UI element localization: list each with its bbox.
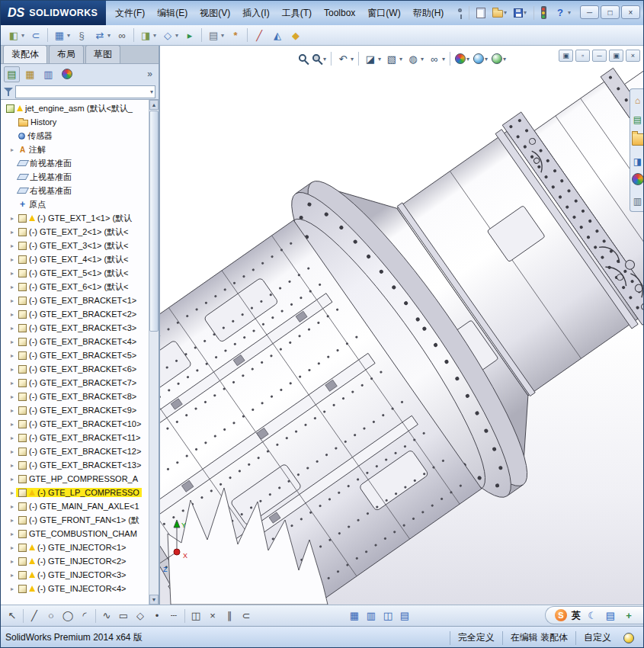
menu-item-7[interactable]: 窗口(W) [361, 5, 406, 22]
interference-detection-button[interactable]: ◭ [269, 27, 286, 44]
engine-3d-model[interactable]: Y Z X [160, 46, 644, 605]
menu-item-1[interactable]: 文件(F) [109, 5, 151, 22]
tree-item[interactable]: 上视基准面 [1, 170, 149, 184]
mirror-entities-button[interactable]: ◫ [187, 608, 204, 624]
assembly-features-button[interactable]: ◨▾ [137, 27, 158, 44]
tree-item[interactable]: ▸(-) GTE_FRONT_FAN<1> (默 [1, 513, 149, 527]
expand-caret-icon[interactable]: ▸ [8, 531, 16, 537]
instant3d-button[interactable]: ◆ [287, 27, 304, 44]
tree-item[interactable]: ▸(-) GTE_EXT_BRACKET<11> [1, 431, 149, 444]
tree-item[interactable]: 传感器 [1, 129, 149, 143]
exploded-view-button[interactable]: * [227, 27, 244, 44]
new-motion-study-button[interactable]: ▸ [181, 27, 198, 44]
expand-caret-icon[interactable]: ▸ [8, 325, 16, 332]
expand-caret-icon[interactable]: ▸ [8, 503, 16, 510]
tree-item[interactable]: ▸(-) GTE_EXT_BRACKET<1> [1, 294, 149, 307]
tree-item[interactable]: ▸(-) GTE_INJECTOR<3> [1, 568, 149, 582]
propertymanager-tab[interactable]: ▦ [22, 66, 38, 82]
tree-item[interactable]: ▸(-) GTE_EXT_6<1> (默认< [1, 280, 149, 294]
options-sheet-button[interactable]: ▤ [396, 608, 413, 624]
expand-caret-icon[interactable]: ▸ [8, 462, 16, 469]
expand-caret-icon[interactable]: ▸ [8, 352, 16, 359]
tree-item[interactable]: ▸(-) GTE_EXT_3<1> (默认< [1, 239, 149, 252]
reference-geometry-button[interactable]: ◇▾ [159, 27, 180, 44]
input-mode-button[interactable]: 英 [572, 609, 581, 622]
toolbox-button[interactable]: + [622, 608, 636, 623]
menu-item-5[interactable]: 工具(T) [276, 5, 318, 22]
mate-button[interactable]: ⊂ [27, 27, 44, 44]
arc-button[interactable]: ◜ [76, 608, 93, 624]
tree-item[interactable]: ▸(-) GTE_EXT_2<1> (默认< [1, 225, 149, 239]
linear-component-pattern-dropdown[interactable]: ▾ [67, 32, 70, 39]
previous-view-button[interactable]: ↶▾ [335, 50, 355, 67]
line-button[interactable]: ╱ [26, 608, 43, 624]
file-explorer-tab[interactable] [632, 131, 644, 149]
filter-dropdown-icon[interactable]: ▾ [150, 88, 153, 95]
apply-scene-dropdown[interactable]: ▾ [485, 56, 488, 63]
appearances-tab[interactable] [632, 173, 644, 188]
tab-1[interactable]: 装配体 [3, 45, 47, 63]
menu-item-2[interactable]: 编辑(E) [151, 5, 194, 22]
tree-item[interactable]: ▸(-) GTE_EXT_BRACKET<2> [1, 307, 149, 321]
smart-fasteners-button[interactable]: § [73, 27, 90, 44]
maximize-button[interactable]: □ [601, 5, 620, 19]
explode-line-sketch-button[interactable]: ╱ [251, 27, 268, 44]
polygon-button[interactable]: ◇ [132, 608, 149, 624]
filter-input[interactable] [18, 86, 150, 97]
minimize-button[interactable]: ─ [580, 5, 599, 19]
show-hidden-components-button[interactable]: ∞ [114, 27, 130, 44]
tree-item[interactable]: ▸(-) GTE_EXT_BRACKET<10> [1, 417, 149, 431]
tree-item[interactable]: ▸(-) GTE_EXT_BRACKET<4> [1, 335, 149, 348]
move-component-button[interactable]: ⇄▾ [91, 27, 112, 44]
tree-item[interactable]: History [1, 115, 149, 129]
tree-item[interactable]: ▸A注解 [1, 143, 149, 156]
view-palette-tab[interactable]: ◨ [632, 154, 644, 168]
bill-of-materials-dropdown[interactable]: ▾ [221, 32, 224, 39]
tree-item[interactable]: ▸(-) GTE_EXT_BRACKET<8> [1, 390, 149, 403]
doc-minimize-button[interactable]: ─ [592, 50, 607, 62]
tree-item[interactable]: 右视基准面 [1, 184, 149, 197]
expand-caret-icon[interactable]: ▸ [8, 284, 16, 290]
previous-view-dropdown[interactable]: ▾ [351, 56, 354, 63]
hide-show-items-dropdown[interactable]: ▾ [442, 56, 445, 63]
soft-keyboard-button[interactable]: ▤ [604, 608, 617, 623]
expand-caret-icon[interactable]: ▸ [8, 393, 16, 400]
expand-caret-icon[interactable]: ▸ [8, 435, 16, 441]
doc-tile-button[interactable]: ▫ [575, 50, 590, 62]
expand-caret-icon[interactable]: ▸ [8, 366, 16, 373]
tree-item[interactable]: ▸(-) GTE_INJECTOR<4> [1, 582, 149, 595]
menu-item-8[interactable]: 帮助(H) [407, 5, 450, 22]
display-style-dropdown[interactable]: ▾ [421, 56, 424, 63]
expand-caret-icon[interactable]: ▸ [8, 489, 16, 496]
tree-item[interactable]: ▸(-) GTE_EXT_BRACKET<7> [1, 376, 149, 390]
bill-of-materials-button[interactable]: ▤▾ [205, 27, 226, 44]
tree-root-item[interactable]: jet_engine_asm (默认<默认_ [1, 101, 149, 115]
assembly-features-dropdown[interactable]: ▾ [153, 32, 156, 39]
displaymanager-tab[interactable] [59, 66, 75, 82]
skin-button[interactable]: ☾ [585, 608, 599, 623]
section-view-dropdown[interactable]: ▾ [378, 56, 381, 63]
expand-caret-icon[interactable]: ▸ [8, 585, 16, 592]
design-library-tab[interactable]: ▤ [632, 112, 644, 126]
expand-caret-icon[interactable]: ▸ [8, 407, 16, 414]
insert-components-button[interactable]: ◧▾ [5, 27, 26, 44]
save-document-button[interactable]: ▾ [512, 4, 528, 21]
view-orientation-dropdown[interactable]: ▾ [399, 56, 402, 63]
edit-appearance-dropdown[interactable]: ▾ [466, 56, 469, 63]
expand-caret-icon[interactable]: ▸ [8, 448, 16, 455]
units-button[interactable]: ◫ [380, 608, 396, 624]
solidworks-resources-tab[interactable]: ⌂ [632, 93, 644, 107]
apply-scene-button[interactable]: ▾ [472, 50, 489, 67]
tree-item[interactable]: ▸(-) GTE_LP_COMPRESSO [1, 486, 149, 499]
expand-caret-icon[interactable]: ▸ [8, 517, 16, 524]
tree-item[interactable]: 前视基准面 [1, 156, 149, 170]
edit-appearance-button[interactable]: ▾ [453, 50, 471, 67]
tree-item[interactable]: ▸(-) GTE_EXT_5<1> (默认< [1, 266, 149, 280]
doc-close-button[interactable]: × [626, 50, 640, 62]
centerline-button[interactable]: ┄ [165, 608, 182, 624]
scrollbar-thumb[interactable] [149, 111, 159, 332]
sogou-button[interactable] [555, 609, 567, 621]
tree-item[interactable]: ▸(-) GTE_INJECTOR<1> [1, 541, 149, 554]
insert-components-dropdown[interactable]: ▾ [21, 32, 24, 39]
configurationmanager-tab[interactable]: ▥ [40, 66, 56, 82]
